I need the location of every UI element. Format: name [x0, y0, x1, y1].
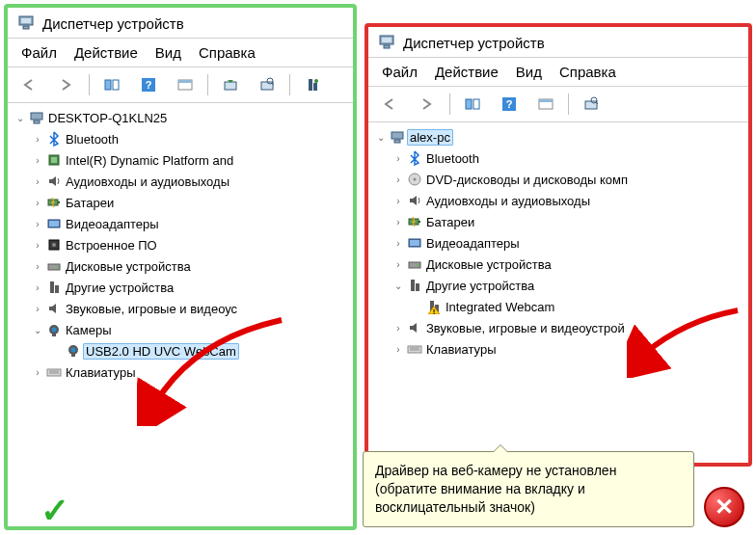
- toolbar-scan-hw-button[interactable]: [296, 71, 329, 98]
- collapse-icon[interactable]: ⌄: [31, 325, 44, 335]
- tree-node-sound[interactable]: › Звуковые, игровые и видеоус: [8, 298, 353, 319]
- expand-icon[interactable]: ›: [31, 261, 44, 272]
- toolbar-back-button[interactable]: [374, 91, 407, 118]
- toolbar: ?: [8, 67, 353, 102]
- tree-root[interactable]: ⌄ DESKTOP-Q1KLN25: [8, 107, 353, 128]
- tree-node-video[interactable]: › Видеоадаптеры: [8, 213, 353, 234]
- expand-icon[interactable]: ›: [31, 304, 44, 314]
- tree-node-cameras[interactable]: ⌄ Камеры: [8, 319, 353, 340]
- expand-icon[interactable]: ›: [31, 155, 44, 166]
- tree-node-dvd[interactable]: › DVD-дисководы и дисководы комп: [368, 169, 748, 190]
- svg-rect-42: [466, 99, 472, 109]
- expand-icon[interactable]: ›: [31, 240, 44, 251]
- expand-icon[interactable]: ›: [392, 323, 405, 334]
- collapse-icon[interactable]: ⌄: [392, 281, 405, 291]
- svg-point-34: [71, 348, 76, 353]
- svg-rect-51: [392, 132, 403, 139]
- tree-node-disk[interactable]: › Дисковые устройства: [368, 254, 748, 275]
- toolbar-forward-button[interactable]: [411, 91, 444, 118]
- tree-item-integrated-webcam[interactable]: ! Integrated Webcam: [368, 296, 748, 317]
- expand-icon[interactable]: ›: [31, 282, 44, 293]
- node-label: Intel(R) Dynamic Platform and: [64, 153, 233, 168]
- toolbar-detail-button[interactable]: [95, 71, 128, 98]
- toolbar-update-button[interactable]: [214, 71, 247, 98]
- tree-node-battery[interactable]: › Батареи: [8, 192, 353, 213]
- menu-view[interactable]: Вид: [516, 64, 542, 80]
- expand-icon[interactable]: ›: [392, 238, 405, 249]
- svg-rect-3: [105, 80, 111, 90]
- chip-icon: [44, 152, 64, 168]
- node-label: Bluetooth: [64, 132, 119, 147]
- expand-icon[interactable]: ›: [392, 344, 405, 355]
- tree-node-other[interactable]: ⌄ Другие устройства: [368, 275, 748, 296]
- collapse-icon[interactable]: ⌄: [374, 132, 388, 143]
- menu-help[interactable]: Справка: [559, 64, 616, 80]
- node-label: Bluetooth: [424, 151, 479, 166]
- svg-text:?: ?: [506, 98, 513, 110]
- menu-action[interactable]: Действие: [435, 64, 499, 80]
- toolbar-separator: [207, 74, 208, 95]
- other-device-icon: [44, 280, 64, 295]
- display-adapter-icon: [405, 235, 424, 251]
- svg-rect-21: [58, 201, 60, 203]
- svg-rect-23: [49, 221, 59, 227]
- toolbar-properties-button[interactable]: [529, 91, 562, 118]
- expand-icon[interactable]: ›: [31, 367, 44, 378]
- node-label: Клавиатуры: [424, 342, 497, 357]
- menu-file[interactable]: Файл: [21, 44, 57, 61]
- device-tree: ⌄ alex-pc › Bluetooth › DVD-дисководы и …: [368, 122, 748, 363]
- toolbar-scan-button[interactable]: [251, 71, 284, 98]
- toolbar-scan-button[interactable]: [575, 91, 608, 118]
- toolbar-detail-button[interactable]: [456, 91, 489, 118]
- expand-icon[interactable]: ›: [31, 198, 44, 208]
- tree-node-other[interactable]: › Другие устройства: [8, 277, 353, 298]
- tree-node-sound[interactable]: › Звуковые, игровые и видеоустрой: [368, 317, 748, 338]
- svg-rect-61: [411, 280, 415, 291]
- toolbar-properties-button[interactable]: [169, 71, 202, 98]
- menu-file[interactable]: Файл: [382, 64, 418, 80]
- tree-item-webcam-selected[interactable]: USB2.0 HD UVC WebCam: [8, 340, 353, 361]
- tree-root[interactable]: ⌄ alex-pc: [368, 126, 748, 147]
- tree-node-audio[interactable]: › Аудиовходы и аудиовыходы: [368, 190, 748, 211]
- expand-icon[interactable]: ›: [392, 217, 405, 227]
- tree-node-audio[interactable]: › Аудиовходы и аудиовыходы: [8, 171, 353, 192]
- tree-node-intel[interactable]: › Intel(R) Dynamic Platform and: [8, 149, 353, 171]
- svg-rect-62: [416, 283, 419, 291]
- menu-action[interactable]: Действие: [74, 44, 138, 61]
- expand-icon[interactable]: ›: [31, 176, 44, 187]
- tree-node-firmware[interactable]: › Встроенное ПО: [8, 234, 353, 255]
- disc-icon: [405, 172, 424, 187]
- sound-icon: [405, 320, 424, 335]
- battery-icon: [44, 195, 64, 210]
- tree-node-battery[interactable]: › Батареи: [368, 211, 748, 232]
- bluetooth-icon: [44, 131, 64, 147]
- svg-rect-56: [418, 221, 420, 223]
- expand-icon[interactable]: ›: [392, 259, 405, 270]
- tree-node-video[interactable]: › Видеоадаптеры: [368, 232, 748, 254]
- toolbar: ?: [368, 87, 748, 121]
- tree-node-bluetooth[interactable]: › Bluetooth: [368, 147, 748, 169]
- expand-icon[interactable]: ›: [392, 153, 405, 164]
- menu-view[interactable]: Вид: [155, 44, 181, 61]
- svg-point-27: [57, 266, 59, 268]
- battery-icon: [405, 214, 424, 229]
- expand-icon[interactable]: ›: [392, 196, 405, 206]
- toolbar-back-button[interactable]: [14, 71, 46, 98]
- tree-node-keyboards[interactable]: › Клавиатуры: [368, 338, 748, 360]
- expand-icon[interactable]: ›: [31, 219, 44, 229]
- tooltip-text: Драйвер на веб-камеру не установлен (обр…: [375, 463, 616, 515]
- expand-icon[interactable]: ›: [31, 134, 44, 145]
- tree-node-disk[interactable]: › Дисковые устройства: [8, 255, 353, 277]
- toolbar-help-button[interactable]: ?: [132, 71, 165, 98]
- toolbar-help-button[interactable]: ?: [493, 91, 526, 118]
- node-label: Видеоадаптеры: [424, 236, 520, 251]
- tree-node-keyboards[interactable]: › Клавиатуры: [8, 361, 353, 383]
- svg-rect-4: [113, 80, 119, 90]
- toolbar-forward-button[interactable]: [50, 71, 83, 98]
- node-label: DVD-дисководы и дисководы комп: [424, 173, 628, 187]
- tree-node-bluetooth[interactable]: › Bluetooth: [8, 128, 353, 149]
- error-x-icon: ✕: [704, 487, 744, 527]
- expand-icon[interactable]: ›: [392, 174, 405, 185]
- collapse-icon[interactable]: ⌄: [14, 113, 27, 123]
- menu-help[interactable]: Справка: [199, 44, 256, 61]
